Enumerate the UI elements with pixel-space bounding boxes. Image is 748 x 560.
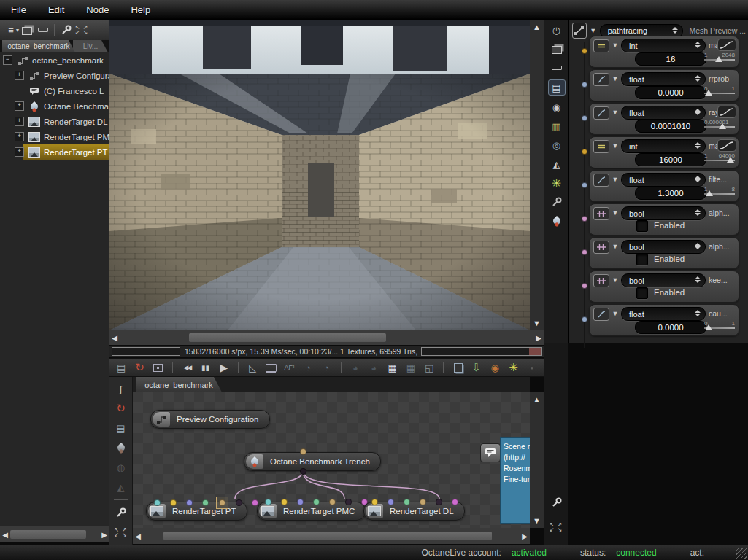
scroll-up-icon[interactable]: ▲ bbox=[533, 23, 541, 31]
type-dropdown[interactable]: float bbox=[621, 72, 706, 86]
int-type-icon[interactable] bbox=[593, 140, 609, 153]
render-viewport[interactable] bbox=[109, 20, 530, 330]
value-field[interactable]: 16 bbox=[635, 52, 706, 66]
render-settings-icon[interactable]: ◷ bbox=[549, 23, 565, 37]
int-type-icon[interactable] bbox=[593, 39, 609, 52]
note-text[interactable]: Scene n (http:// Rosenm Fine-tur bbox=[500, 438, 530, 524]
stack-windows-icon[interactable] bbox=[19, 23, 35, 37]
play-icon[interactable]: ▶ bbox=[217, 360, 231, 375]
pin[interactable] bbox=[265, 499, 271, 505]
pin-dot[interactable] bbox=[582, 182, 587, 188]
menu-node[interactable]: Node bbox=[86, 4, 109, 15]
value-slider[interactable]: 18 bbox=[704, 186, 735, 199]
collapse-icon[interactable]: ▼ bbox=[611, 276, 620, 284]
node-rendertarget-dl[interactable]: RenderTarget DL bbox=[363, 502, 465, 521]
pin-dot[interactable] bbox=[582, 82, 587, 88]
enabled-checkbox[interactable] bbox=[636, 287, 648, 299]
node-rendertarget-pmc[interactable]: RenderTarget PMC bbox=[257, 502, 366, 521]
tab-octane-benchmark[interactable]: octane_benchmark bbox=[2, 40, 75, 52]
pin[interactable] bbox=[154, 499, 161, 506]
note-bubble-icon[interactable] bbox=[480, 443, 501, 462]
fullscreen-icon[interactable] bbox=[74, 23, 90, 37]
autofocus-icon[interactable]: AF¹ bbox=[282, 360, 297, 375]
value-slider[interactable]: 12048 bbox=[704, 52, 735, 65]
scroll-down-icon[interactable]: ▼ bbox=[533, 516, 541, 525]
filmstrip-icon[interactable]: ▥ bbox=[549, 119, 565, 133]
link-style-icon[interactable]: ʃ bbox=[113, 381, 129, 396]
save-render-state-icon[interactable]: ◉ bbox=[487, 360, 502, 375]
pin[interactable] bbox=[313, 499, 320, 505]
node-graph-canvas[interactable]: Preview Configuration Octane Benchmark T… bbox=[133, 392, 530, 528]
float-type-icon[interactable] bbox=[593, 174, 609, 187]
scroll-thumb[interactable] bbox=[163, 532, 492, 540]
fit-graph-icon[interactable] bbox=[113, 525, 129, 540]
pin[interactable] bbox=[252, 499, 258, 506]
pin[interactable] bbox=[388, 499, 394, 505]
node-preview-configuration[interactable]: Preview Configuration bbox=[150, 410, 270, 429]
texture-node-icon[interactable]: ◍ bbox=[113, 460, 129, 475]
viewport-vscrollbar[interactable]: ▲ ▼ bbox=[530, 20, 544, 330]
fit-icon[interactable] bbox=[548, 520, 564, 534]
expand-expander[interactable]: + bbox=[15, 147, 24, 157]
value-field[interactable]: 1.3000 bbox=[635, 187, 706, 200]
node-rendertarget-pt[interactable]: RenderTarget PT bbox=[146, 502, 247, 521]
pin[interactable] bbox=[404, 499, 410, 505]
node-graph-vscrollbar[interactable]: ▲ ▼ bbox=[530, 392, 544, 528]
daylight-icon[interactable]: ✳ bbox=[549, 176, 565, 190]
tree-row[interactable]: (C) Francesco L bbox=[0, 83, 109, 98]
recenter-icon[interactable]: ↻ bbox=[113, 401, 129, 416]
collapse-icon[interactable]: ▼ bbox=[611, 176, 620, 183]
pin[interactable] bbox=[170, 499, 177, 506]
float-type-icon[interactable] bbox=[593, 73, 609, 86]
resize-grip-icon[interactable] bbox=[736, 548, 747, 559]
restart-render-icon[interactable]: ↻ bbox=[132, 360, 147, 375]
quarter-res-icon[interactable]: ◱ bbox=[422, 360, 436, 375]
float-type-icon[interactable] bbox=[593, 308, 609, 321]
tree-row[interactable]: + RenderTarget PMC bbox=[0, 129, 109, 144]
save-image-icon[interactable]: ▤ bbox=[114, 360, 128, 375]
collapse-icon[interactable]: ▼ bbox=[611, 243, 620, 250]
ruler-icon[interactable]: ◺ bbox=[245, 360, 260, 375]
mesh-node-icon[interactable]: ◭ bbox=[113, 480, 129, 494]
collapse-icon[interactable]: ▼ bbox=[611, 310, 620, 317]
tab-live[interactable]: Liv... bbox=[73, 40, 108, 52]
pin[interactable] bbox=[371, 499, 378, 505]
pin[interactable] bbox=[281, 499, 288, 505]
type-dropdown[interactable]: bool bbox=[621, 240, 706, 254]
slider-thumb[interactable] bbox=[705, 90, 712, 96]
scroll-right-icon[interactable]: ▶ bbox=[520, 532, 530, 540]
collapse-icon[interactable]: ▼ bbox=[611, 209, 620, 217]
scroll-left-icon[interactable]: ◀ bbox=[0, 531, 10, 539]
enabled-checkbox[interactable] bbox=[636, 220, 648, 232]
type-dropdown[interactable]: int bbox=[621, 139, 706, 153]
pin-dot[interactable] bbox=[582, 48, 587, 54]
pin[interactable] bbox=[452, 499, 458, 505]
node-input-pin[interactable] bbox=[300, 448, 306, 455]
pin-dot[interactable] bbox=[582, 283, 587, 289]
expand-expander[interactable]: + bbox=[15, 132, 24, 141]
collapse-expander[interactable]: − bbox=[3, 55, 12, 65]
expand-expander[interactable]: + bbox=[15, 101, 24, 111]
lens-icon[interactable]: ◕ bbox=[348, 360, 363, 375]
value-field[interactable]: 16000 bbox=[635, 153, 706, 166]
wrench-icon[interactable] bbox=[113, 505, 129, 520]
bool-type-icon[interactable] bbox=[593, 274, 609, 287]
collapse-icon[interactable]: ▼ bbox=[611, 75, 620, 82]
scroll-thumb[interactable] bbox=[189, 333, 386, 342]
pin-dot[interactable] bbox=[582, 216, 587, 222]
bool-type-icon[interactable] bbox=[593, 241, 609, 254]
material-droplet-icon[interactable] bbox=[549, 214, 565, 228]
node-graph-hscrollbar[interactable]: ◀ ▶ bbox=[133, 528, 530, 544]
scroll-up-icon[interactable]: ▲ bbox=[533, 395, 541, 404]
copy-image-icon[interactable] bbox=[450, 360, 465, 375]
slider-thumb[interactable] bbox=[727, 157, 734, 163]
enabled-checkbox[interactable] bbox=[636, 254, 648, 265]
value-slider[interactable]: 164000 bbox=[704, 152, 735, 166]
tree-row[interactable]: + RenderTarget DL bbox=[0, 114, 109, 129]
material-picker-icon[interactable]: ◔ bbox=[319, 360, 333, 375]
scroll-left-icon[interactable]: ◀ bbox=[133, 532, 143, 540]
monitor-icon[interactable] bbox=[263, 360, 278, 375]
slider-thumb[interactable] bbox=[706, 190, 713, 196]
tree-row[interactable]: + Preview Configuration bbox=[0, 68, 109, 83]
white-balance-picker-icon[interactable]: ◔ bbox=[301, 360, 315, 375]
